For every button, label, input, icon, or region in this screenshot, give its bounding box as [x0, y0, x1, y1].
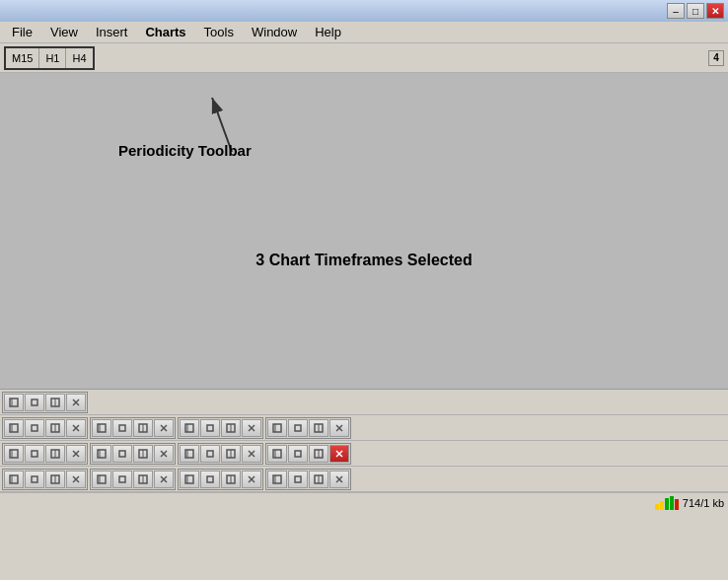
menu-help[interactable]: Help	[307, 23, 349, 41]
tab-btn[interactable]	[288, 471, 308, 488]
tab-btn[interactable]	[133, 471, 153, 488]
chart-tab-group-4-2	[90, 469, 176, 490]
svg-rect-88	[295, 476, 301, 482]
menu-view[interactable]: View	[42, 23, 86, 41]
menu-insert[interactable]: Insert	[88, 23, 136, 41]
tab-btn[interactable]	[180, 471, 199, 488]
tab-btn[interactable]	[92, 445, 111, 463]
tab-btn[interactable]	[309, 471, 328, 488]
period-m15-button[interactable]: M15	[6, 48, 39, 68]
tab-btn[interactable]	[267, 419, 287, 437]
chart-tab-group-3-3	[178, 443, 263, 465]
chart-tab-group-4-4	[265, 469, 351, 490]
menu-charts[interactable]: Charts	[137, 23, 193, 41]
tab-close-btn[interactable]	[154, 419, 174, 437]
chart-tab-group-2-4	[265, 417, 351, 439]
tab-btn[interactable]	[45, 394, 65, 411]
chart-tab-group-2-2	[90, 417, 176, 439]
chart-tab-group-3-1	[2, 443, 88, 465]
tab-btn[interactable]	[4, 471, 24, 488]
tab-btn[interactable]	[200, 445, 220, 463]
svg-rect-74	[119, 476, 125, 482]
menu-window[interactable]: Window	[244, 23, 305, 41]
menu-tools[interactable]: Tools	[196, 23, 242, 41]
svg-rect-11	[32, 425, 37, 431]
menu-bar: File View Insert Charts Tools Window Hel…	[0, 22, 728, 43]
tab-close-btn[interactable]	[329, 471, 349, 488]
tab-close-btn[interactable]	[154, 471, 174, 488]
tab-btn[interactable]	[133, 445, 153, 463]
chart-tab-group-1-1	[2, 392, 88, 413]
tab-btn[interactable]	[92, 419, 111, 437]
tab-close-btn[interactable]	[242, 419, 261, 437]
tab-btn[interactable]	[221, 419, 241, 437]
svg-rect-93	[655, 504, 659, 510]
tab-close-btn[interactable]	[329, 419, 349, 437]
svg-rect-16	[98, 424, 106, 432]
tab-btn[interactable]	[25, 419, 44, 437]
tab-btn[interactable]	[4, 394, 24, 411]
maximize-button[interactable]: □	[687, 3, 704, 19]
tab-close-btn[interactable]	[242, 471, 261, 488]
close-button[interactable]: ✕	[706, 3, 724, 19]
tab-btn[interactable]	[45, 471, 65, 488]
tab-close-btn[interactable]	[154, 445, 174, 463]
tab-btn[interactable]	[112, 419, 132, 437]
svg-rect-2	[10, 399, 18, 406]
tab-btn[interactable]	[288, 445, 308, 463]
tab-btn[interactable]	[112, 445, 132, 463]
tab-close-btn[interactable]	[242, 445, 261, 463]
tab-btn[interactable]	[200, 419, 220, 437]
svg-rect-67	[32, 476, 37, 482]
tab-btn[interactable]	[92, 471, 111, 488]
tab-btn[interactable]	[267, 445, 287, 463]
tab-btn[interactable]	[221, 445, 241, 463]
tab-btn[interactable]	[180, 419, 199, 437]
tab-close-btn[interactable]	[66, 419, 86, 437]
svg-rect-60	[295, 451, 301, 457]
svg-rect-53	[207, 451, 213, 457]
tab-btn[interactable]	[112, 471, 132, 488]
tab-btn[interactable]	[288, 419, 308, 437]
tab-btn[interactable]	[25, 394, 44, 411]
tab-btn[interactable]	[221, 471, 241, 488]
status-bar: 714/1 kb	[0, 492, 728, 512]
chart-tab-group-4-1	[2, 469, 88, 490]
chart-tab-group-3-4	[265, 443, 351, 465]
tab-btn[interactable]	[45, 419, 65, 437]
chart-tab-row-3	[0, 441, 728, 467]
tab-btn[interactable]	[180, 445, 199, 463]
period-h4-button[interactable]: H4	[66, 48, 92, 68]
svg-rect-30	[273, 424, 281, 432]
tab-close-btn-red[interactable]	[329, 445, 349, 463]
svg-rect-32	[295, 425, 301, 431]
tab-close-btn[interactable]	[66, 471, 86, 488]
tab-btn[interactable]	[267, 471, 287, 488]
tab-btn[interactable]	[25, 471, 44, 488]
tab-btn[interactable]	[4, 445, 24, 463]
chart-info-text: 3 Chart Timeframes Selected	[255, 252, 472, 269]
svg-rect-96	[670, 496, 674, 510]
tab-btn[interactable]	[4, 419, 24, 437]
menu-file[interactable]: File	[4, 23, 40, 41]
tab-btn[interactable]	[200, 471, 220, 488]
minimize-button[interactable]: –	[667, 3, 685, 19]
tab-btn[interactable]	[133, 419, 153, 437]
status-text: 714/1 kb	[683, 497, 724, 509]
chart-tab-group-2-3	[178, 417, 263, 439]
chart-tab-group-4-3	[178, 469, 263, 490]
tab-btn[interactable]	[309, 419, 328, 437]
svg-rect-25	[207, 425, 213, 431]
svg-rect-4	[32, 399, 37, 405]
svg-rect-18	[119, 425, 125, 431]
status-indicator	[655, 496, 679, 510]
tab-btn[interactable]	[309, 445, 328, 463]
period-h1-button[interactable]: H1	[39, 48, 66, 68]
tab-btn[interactable]	[25, 445, 44, 463]
svg-rect-79	[185, 475, 193, 483]
tab-close-btn[interactable]	[66, 394, 86, 411]
tab-btn[interactable]	[45, 445, 65, 463]
svg-rect-72	[98, 475, 106, 483]
svg-rect-97	[675, 499, 679, 510]
tab-close-btn[interactable]	[66, 445, 86, 463]
